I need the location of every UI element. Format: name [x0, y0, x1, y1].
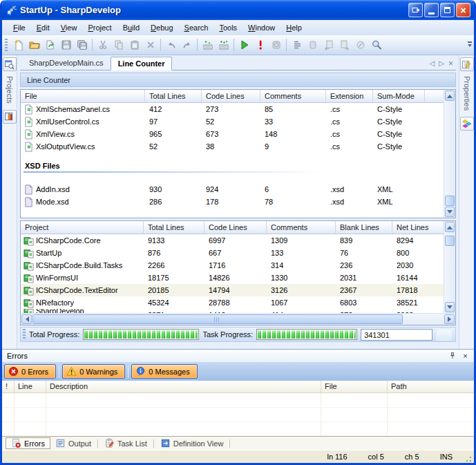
- file-row[interactable]: XmlUserControl.cs 97 52 33 .cs C-Style: [21, 115, 444, 128]
- scroll-left-button[interactable]: [21, 314, 32, 324]
- column-header-code-lines[interactable]: Code Lines: [202, 90, 260, 102]
- sidebar-tab-projects[interactable]: [3, 57, 17, 71]
- resize-grip[interactable]: [464, 454, 472, 463]
- column-header-severity[interactable]: !: [2, 381, 15, 392]
- xsd-file-row[interactable]: AddIn.xsd 930 924 6 .xsd XML: [21, 183, 444, 196]
- projects-table-scrollbar[interactable]: [444, 221, 455, 313]
- project-row[interactable]: ICSharpCode.Build.Tasks 2266 1716 314 23…: [21, 259, 444, 272]
- scroll-right-button[interactable]: [444, 314, 455, 324]
- projects-table-hscrollbar[interactable]: [21, 313, 455, 325]
- menu-item[interactable]: Window: [242, 21, 280, 34]
- column-header-blank-lines[interactable]: Blank Lines: [336, 221, 392, 234]
- toolbar-grip[interactable]: [5, 39, 8, 51]
- title-bar[interactable]: StartUp - SharpDevelop ×: [2, 0, 474, 20]
- menu-item[interactable]: Debug: [145, 21, 178, 34]
- scrollbar-track[interactable]: [445, 232, 455, 302]
- minimize-button[interactable]: [424, 3, 439, 17]
- column-header-file[interactable]: File: [321, 381, 388, 392]
- tab-line-counter[interactable]: Line Counter: [111, 57, 173, 70]
- prev-tab-button[interactable]: ◁: [430, 60, 435, 67]
- close-button[interactable]: ×: [456, 3, 470, 17]
- project-row[interactable]: WinFormsUI 18175 14826 1330 2031 16144: [21, 272, 444, 284]
- column-header-comments[interactable]: Comments: [260, 90, 326, 102]
- menu-item[interactable]: Build: [117, 21, 145, 34]
- errors-filter-button[interactable]: 0 Errors: [4, 364, 56, 379]
- warnings-filter-button[interactable]: 0 Warnings: [62, 364, 125, 379]
- file-name-cell: XmlUserControl.cs: [21, 115, 145, 128]
- file-row[interactable]: XmlView.cs 965 673 148 .cs C-Style: [21, 128, 444, 140]
- close-tab-button[interactable]: ×: [448, 59, 453, 68]
- pad-tab-errors[interactable]: Errors: [6, 437, 50, 449]
- maximize-button[interactable]: [440, 3, 455, 17]
- pad-tab-task-list[interactable]: Task List: [99, 437, 152, 449]
- comments-cell: 133: [267, 247, 336, 259]
- toolbar-overflow-button[interactable]: [466, 37, 473, 53]
- sidebar-tab-tools[interactable]: [3, 110, 17, 124]
- menu-item[interactable]: Tools: [213, 21, 242, 34]
- column-header-comments[interactable]: Comments: [267, 221, 336, 234]
- build-button[interactable]: [200, 37, 216, 53]
- scroll-down-button[interactable]: [445, 207, 455, 217]
- column-header-net-lines[interactable]: Net Lines: [392, 221, 444, 234]
- button-separator: [59, 366, 59, 378]
- files-table-scrollbar[interactable]: [444, 90, 455, 218]
- project-row[interactable]: ICSharpCode.Core 9133 6997 1309 839 8294: [21, 234, 444, 247]
- column-header-line[interactable]: Line: [15, 381, 46, 392]
- column-header-sum-mode[interactable]: Sum-Mode: [373, 90, 425, 102]
- progress-toolbar-grip[interactable]: [23, 329, 26, 340]
- output-pad-icon: [55, 438, 66, 448]
- open-folder-button[interactable]: [26, 37, 42, 53]
- comment-lines-button[interactable]: [289, 37, 305, 53]
- pad-tab-definition-view[interactable]: Definition View: [155, 437, 229, 449]
- scrollbar-track[interactable]: [445, 101, 455, 207]
- close-panel-button[interactable]: ×: [460, 351, 470, 361]
- hscrollbar-track[interactable]: [32, 314, 444, 324]
- column-header-path[interactable]: Path: [388, 381, 474, 392]
- column-header-extension[interactable]: Extension: [326, 90, 373, 102]
- reload-file-button[interactable]: [42, 37, 58, 53]
- fullscreen-button[interactable]: [408, 3, 423, 17]
- run-button[interactable]: [236, 37, 252, 53]
- project-row[interactable]: StartUp 876 667 133 76 800: [21, 247, 444, 259]
- hscrollbar-thumb[interactable]: [32, 314, 403, 324]
- new-file-button[interactable]: [10, 37, 26, 53]
- column-header-total-lines[interactable]: Total Lines: [145, 90, 202, 102]
- properties-strip-label[interactable]: Properties: [463, 76, 471, 111]
- file-row[interactable]: XslOutputView.cs 52 38 9 .cs C-Style: [21, 140, 444, 153]
- column-header-file[interactable]: File: [21, 90, 145, 102]
- menu-item[interactable]: Search: [179, 21, 214, 34]
- sidebar-tab-classes[interactable]: [460, 117, 474, 131]
- project-name-cell: StartUp: [21, 247, 144, 259]
- menu-item[interactable]: Help: [280, 21, 307, 34]
- scroll-up-button[interactable]: [445, 222, 455, 232]
- total-lines-cell: 9133: [144, 234, 204, 247]
- sidebar-tab-properties[interactable]: [460, 57, 474, 71]
- scroll-down-button[interactable]: [445, 302, 455, 312]
- projects-strip-label[interactable]: Projects: [6, 76, 14, 104]
- scrollbar-thumb[interactable]: [445, 236, 455, 246]
- scrollbar-thumb[interactable]: [445, 196, 455, 206]
- comments-cell: 85: [260, 103, 326, 115]
- tab-sharpdevelopmain-cs[interactable]: SharpDevelopMain.cs: [22, 56, 111, 70]
- rebuild-button[interactable]: [216, 37, 231, 53]
- project-row[interactable]: ICSharpCode.TextEditor 20185 14794 3126 …: [21, 284, 444, 296]
- menu-item[interactable]: View: [55, 21, 83, 34]
- menu-item[interactable]: Edit: [31, 21, 55, 34]
- column-header-description[interactable]: Description: [46, 381, 321, 392]
- column-header-total-lines[interactable]: Total Lines: [144, 221, 204, 234]
- abort-button[interactable]: [252, 37, 268, 53]
- search-button[interactable]: [368, 37, 384, 53]
- auto-hide-pin-button[interactable]: [447, 351, 457, 361]
- file-row[interactable]: XmlSchemasPanel.cs 412 273 85 .cs C-Styl…: [21, 103, 444, 115]
- scroll-up-button[interactable]: [445, 91, 455, 101]
- next-tab-button[interactable]: ▷: [439, 60, 444, 67]
- column-header-project[interactable]: Project: [21, 221, 144, 234]
- column-header-code-lines[interactable]: Code Lines: [204, 221, 267, 234]
- net-lines-cell: 38521: [392, 296, 444, 309]
- xsd-file-row[interactable]: Mode.xsd 286 178 78 .xsd XML: [21, 196, 444, 208]
- menu-item[interactable]: Project: [82, 21, 117, 34]
- menu-item[interactable]: File: [8, 21, 31, 34]
- project-row[interactable]: NRefactory 45324 28788 1067 6803 38521: [21, 296, 444, 309]
- messages-filter-button[interactable]: 0 Messages: [131, 364, 197, 379]
- pad-tab-output[interactable]: Output: [50, 437, 96, 449]
